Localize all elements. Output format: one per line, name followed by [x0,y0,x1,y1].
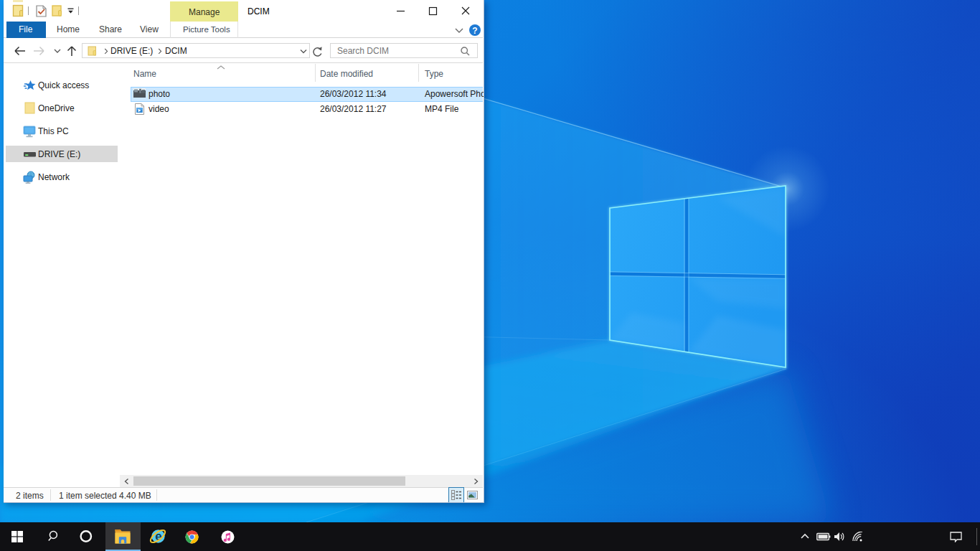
svg-text:?: ? [472,26,477,36]
